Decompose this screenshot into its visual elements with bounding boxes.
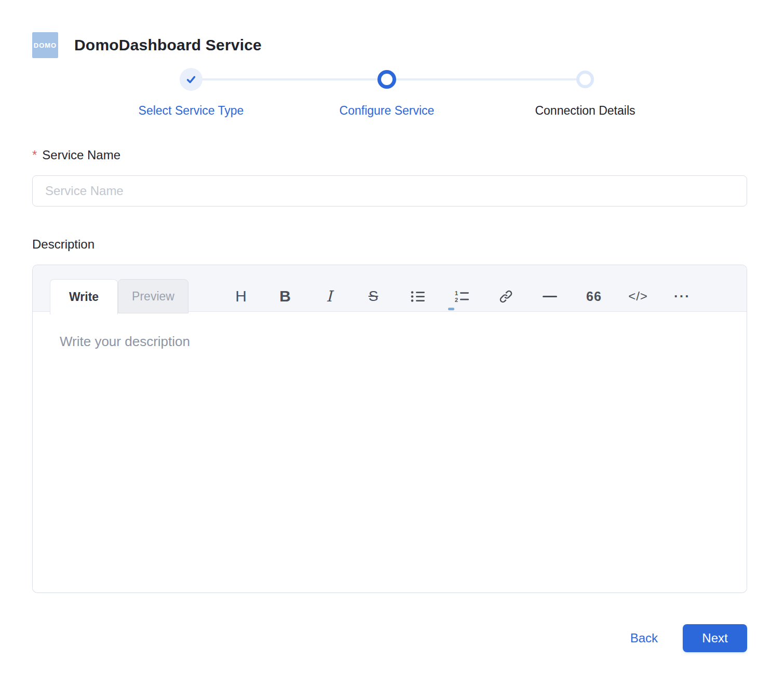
numbered-list-icon: 1 2 [455,291,469,302]
heading-icon: H [235,287,247,305]
quote-button[interactable]: 66 [578,285,610,308]
step-completed-circle [180,68,202,91]
stepper: Select Service Type Configure Service Co… [32,58,747,123]
editor-tabs: Write Preview [50,279,188,314]
code-icon: </> [628,289,648,304]
description-label: Description [32,237,747,252]
step-label-connection-details: Connection Details [535,104,635,118]
page-title: DomoDashboard Service [74,36,262,54]
bold-icon: B [279,287,291,305]
strikethrough-icon: S [369,288,379,305]
strikethrough-button[interactable]: S [358,285,389,308]
quote-icon: 66 [586,289,602,304]
horizontal-rule-icon [543,296,557,297]
check-icon [185,74,197,85]
app-header: DOMO DomoDashboard Service [32,32,747,58]
italic-button[interactable]: I [314,285,345,308]
italic-icon: I [326,287,332,305]
step-label-select-service-type: Select Service Type [139,104,244,118]
more-icon: ··· [674,290,691,303]
markdown-editor: Write Preview H B I S [32,265,747,593]
wizard-actions: Back Next [32,624,747,652]
required-asterisk: * [32,148,37,162]
step-active-circle [377,70,396,89]
svg-text:1: 1 [455,291,458,296]
numbered-list-button[interactable]: 1 2 [446,285,477,308]
link-icon [499,290,513,304]
heading-button[interactable]: H [225,285,256,308]
more-button[interactable]: ··· [667,285,698,308]
bold-button[interactable]: B [269,285,301,308]
tab-preview[interactable]: Preview [118,279,188,313]
service-name-label-text: Service Name [42,148,120,162]
clipped-glyph-artifact [448,308,454,310]
svg-text:2: 2 [455,296,458,302]
domo-logo-text: DOMO [34,42,57,49]
step-upcoming-circle [576,71,594,88]
code-button[interactable]: </> [623,285,654,308]
domo-logo: DOMO [32,32,58,58]
service-name-input[interactable] [32,175,747,207]
step-label-configure-service: Configure Service [340,104,435,118]
bullet-list-icon [411,291,425,302]
service-wizard-page: DOMO DomoDashboard Service Select Servic… [32,32,747,652]
bullet-list-button[interactable] [402,285,433,308]
service-name-label: * Service Name [32,147,747,163]
horizontal-rule-button[interactable] [534,285,565,308]
description-textarea[interactable] [33,312,747,593]
tab-write[interactable]: Write [50,279,118,314]
back-button[interactable]: Back [630,631,658,645]
editor-toolbar: H B I S [225,285,698,308]
next-button[interactable]: Next [683,624,747,652]
editor-header: Write Preview H B I S [33,265,747,312]
link-button[interactable] [490,285,521,308]
